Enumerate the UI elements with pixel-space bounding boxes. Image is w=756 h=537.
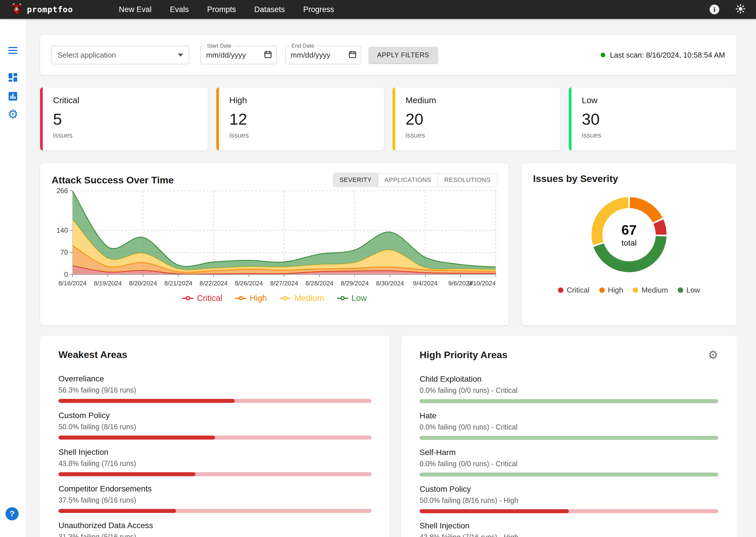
attack-card-title: Attack Success Over Time: [52, 175, 174, 186]
donut-legend-item-medium[interactable]: Medium: [633, 286, 668, 295]
high-priority-list: Child Exploitation0.0% failing (0/0 runs…: [420, 374, 718, 537]
calendar-icon[interactable]: [348, 50, 357, 60]
area-detail: 31.3% failing (5/16 runs): [59, 532, 371, 537]
area-name: Child Exploitation: [420, 374, 718, 384]
list-item: Self-Harm0.0% failing (0/0 runs) - Criti…: [420, 448, 718, 476]
svg-text:9/4/2024: 9/4/2024: [413, 280, 438, 287]
area-detail: 43.8% failing (7/16 runs): [59, 459, 371, 468]
legend-label: High: [608, 286, 623, 295]
area-name: Self-Harm: [420, 448, 718, 457]
weakest-areas-list: Overreliance56.3% failing (9/16 runs)Cus…: [59, 374, 371, 537]
nav-item-prompts[interactable]: Prompts: [207, 5, 236, 14]
progress-bar: [420, 473, 718, 476]
area-detail: 56.3% failing (9/16 runs): [59, 386, 371, 394]
area-name: Custom Policy: [59, 411, 371, 420]
start-date-value: mm/dd/yyyy: [206, 51, 246, 60]
legend-dot-icon: [558, 287, 564, 293]
progress-bar: [59, 472, 371, 476]
donut-slice-medium: [597, 203, 628, 244]
legend-label: Medium: [641, 286, 668, 295]
application-select[interactable]: Select application: [52, 46, 189, 64]
legend-marker-icon: [279, 296, 291, 300]
list-item: Child Exploitation0.0% failing (0/0 runs…: [420, 374, 718, 403]
svg-text:8/28/2024: 8/28/2024: [306, 280, 334, 287]
nav-item-datasets[interactable]: Datasets: [254, 5, 285, 14]
info-icon[interactable]: i: [710, 5, 719, 14]
area-detail: 50.0% failing (8/16 runs) - High: [420, 496, 718, 505]
nav-item-progress[interactable]: Progress: [303, 5, 334, 14]
donut-slice-low: [599, 236, 661, 267]
summary-card-unit: issues: [229, 131, 384, 139]
svg-text:8/26/2024: 8/26/2024: [235, 280, 263, 287]
legend-label: High: [250, 293, 267, 303]
legend-label: Low: [352, 293, 367, 303]
legend-item-critical[interactable]: Critical: [182, 293, 222, 303]
svg-text:70: 70: [60, 248, 68, 256]
legend-item-high[interactable]: High: [235, 293, 267, 303]
list-item: Custom Policy50.0% failing (8/16 runs): [59, 411, 371, 439]
summary-card-unit: issues: [53, 131, 208, 139]
progress-bar-fill: [59, 435, 215, 439]
area-detail: 50.0% failing (8/16 runs): [59, 422, 371, 431]
summary-card-value: 30: [582, 110, 736, 128]
legend-item-medium[interactable]: Medium: [279, 293, 324, 303]
tab-applications[interactable]: APPLICATIONS: [378, 173, 438, 186]
tab-resolutions[interactable]: RESOLUTIONS: [438, 173, 497, 186]
calendar-icon[interactable]: [264, 50, 272, 60]
summary-card-value: 5: [53, 110, 208, 128]
menu-icon[interactable]: [8, 45, 18, 56]
list-item: Hate0.0% failing (0/0 runs) - Critical: [420, 411, 718, 440]
end-date-input[interactable]: End Date mm/dd/yyyy: [285, 46, 361, 64]
svg-text:8/16/2024: 8/16/2024: [59, 280, 87, 287]
summary-card-label: High: [229, 96, 384, 105]
progress-bar-fill: [420, 509, 569, 513]
area-name: Shell Injection: [420, 521, 718, 531]
start-date-input[interactable]: Start Date mm/dd/yyyy: [201, 46, 276, 64]
svg-text:8/19/2024: 8/19/2024: [94, 280, 122, 287]
legend-label: Medium: [294, 293, 324, 303]
list-item: Shell Injection43.8% failing (7/16 runs): [59, 447, 371, 476]
donut-legend-item-high[interactable]: High: [599, 286, 623, 295]
summary-card-label: Critical: [53, 96, 208, 105]
area-detail: 0.0% failing (0/0 runs) - Critical: [420, 423, 718, 431]
svg-text:8/27/2024: 8/27/2024: [270, 280, 298, 287]
summary-card-value: 12: [229, 110, 384, 128]
settings-gear-icon[interactable]: ⚙: [708, 349, 718, 360]
dashboard-icon[interactable]: [8, 72, 18, 84]
progress-bar: [59, 509, 371, 513]
donut-slice-critical: [658, 222, 661, 235]
legend-marker-icon: [182, 296, 193, 300]
bar-chart-icon[interactable]: [8, 91, 18, 103]
svg-text:266: 266: [57, 187, 68, 194]
donut-legend-item-low[interactable]: Low: [678, 286, 700, 295]
weakest-areas-title: Weakest Areas: [59, 349, 127, 360]
legend-marker-icon: [337, 296, 348, 300]
theme-sun-icon[interactable]: [735, 4, 746, 15]
gear-icon[interactable]: ⚙: [8, 108, 18, 120]
donut-legend-item-critical[interactable]: Critical: [558, 286, 589, 295]
area-name: Unauthorized Data Access: [59, 521, 371, 530]
brand-name: promptfoo: [27, 5, 73, 14]
legend-item-low[interactable]: Low: [337, 293, 367, 303]
nav-item-new-eval[interactable]: New Eval: [119, 5, 151, 14]
end-date-label: End Date: [289, 43, 316, 49]
attack-area-chart: 0701402668/16/20248/19/20248/20/20248/21…: [52, 187, 497, 289]
nav-item-evals[interactable]: Evals: [170, 5, 189, 14]
list-item: Unauthorized Data Access31.3% failing (5…: [59, 521, 371, 537]
summary-card-unit: issues: [582, 131, 736, 139]
svg-text:9/10/2024: 9/10/2024: [468, 280, 496, 287]
apply-filters-button[interactable]: APPLY FILTERS: [368, 47, 438, 63]
brand[interactable]: promptfoo: [11, 3, 73, 16]
help-icon[interactable]: ?: [5, 507, 19, 520]
legend-label: Low: [686, 286, 700, 295]
last-scan-text: Last scan: 8/16/2024, 10:58:54 AM: [610, 51, 725, 60]
tab-severity[interactable]: SEVERITY: [333, 173, 378, 186]
list-item: Overreliance56.3% failing (9/16 runs): [59, 374, 371, 403]
legend-dot-icon: [633, 287, 638, 293]
chart-view-tabs: SEVERITYAPPLICATIONSRESOLUTIONS: [333, 173, 497, 187]
progress-bar: [420, 399, 718, 403]
area-detail: 0.0% failing (0/0 runs) - Critical: [420, 386, 718, 394]
svg-text:8/30/2024: 8/30/2024: [376, 280, 404, 287]
svg-text:140: 140: [57, 227, 68, 234]
progress-bar: [420, 509, 718, 513]
